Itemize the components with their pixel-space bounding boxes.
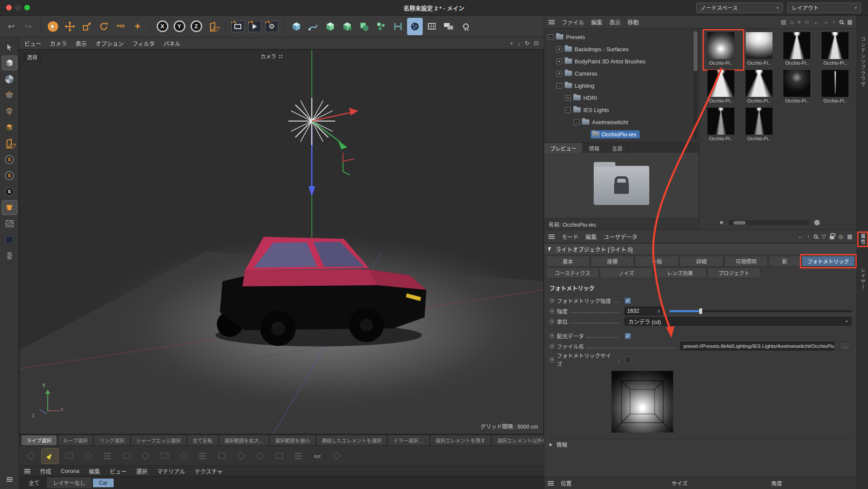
vertical-tab-attributes[interactable]: 属性	[859, 234, 866, 245]
vp-menu-options[interactable]: オプション	[95, 39, 124, 47]
dolly-view-icon[interactable]: ↓	[518, 40, 521, 46]
tree-item[interactable]: - Axelmeiselicht	[544, 116, 699, 128]
tab-preview[interactable]: プレビュー	[544, 143, 583, 153]
pan-view-icon[interactable]: +	[510, 40, 513, 46]
modeling-tool-12[interactable]	[252, 449, 268, 463]
rotation-band-handles[interactable]	[343, 153, 354, 175]
tab-caustics[interactable]: コースティクス	[546, 268, 599, 278]
preset-thumbnail[interactable]: Occhio-Pi..	[704, 70, 738, 103]
vp-menu-filter[interactable]: フィルタ	[132, 39, 155, 47]
pen-tool[interactable]	[42, 449, 58, 463]
menu-select[interactable]: 選択	[136, 467, 148, 475]
scale-tool[interactable]	[79, 18, 95, 35]
preset-thumbnail[interactable]: Occhio-Pi..	[742, 108, 776, 141]
tree-item[interactable]: + Cameras	[544, 67, 699, 79]
tree-item-selected[interactable]: OcchioPiu-ies	[544, 128, 699, 140]
target-icon[interactable]: ◎	[838, 233, 843, 240]
modeling-tool-5[interactable]	[118, 449, 135, 463]
filename-input[interactable]: preset://Presets.lib4d/Lighting/IES Ligh…	[680, 342, 835, 350]
lock-x-axis-button[interactable]: X	[155, 18, 170, 35]
preset-thumbnail[interactable]: Occhio-Pi..	[780, 32, 815, 66]
cube-primitive-button[interactable]	[289, 18, 304, 35]
back-icon[interactable]: ←	[798, 233, 803, 240]
tab-general[interactable]: 一般	[635, 256, 679, 267]
modeling-tool-11[interactable]	[233, 449, 249, 463]
keyframe-dot-icon[interactable]	[549, 309, 554, 314]
orbit-view-icon[interactable]: ↻	[525, 40, 529, 46]
intensity-slider[interactable]	[670, 310, 852, 312]
polygons-mode-tool[interactable]	[2, 120, 17, 134]
tab-basic[interactable]: 基本	[546, 256, 590, 267]
forward-icon[interactable]: →	[823, 19, 829, 25]
cb-menu-file[interactable]: ファイル	[562, 18, 584, 26]
modeling-tool-9[interactable]	[194, 449, 211, 463]
light-object-button[interactable]	[458, 18, 473, 35]
distribution-data-checkbox[interactable]: ✓	[625, 333, 631, 339]
redo-button[interactable]: ↪	[20, 18, 36, 35]
expander-icon[interactable]: -	[556, 83, 562, 89]
up-icon[interactable]: ↑	[807, 233, 810, 240]
paint-bucket-tool[interactable]	[2, 201, 17, 215]
zoom-window-button[interactable]	[24, 5, 30, 10]
attr-menu-mode[interactable]: モード	[562, 232, 579, 241]
keyframe-dot-icon[interactable]	[549, 357, 554, 362]
expander-icon[interactable]: -	[565, 107, 571, 113]
tab-info[interactable]: 情報	[583, 143, 606, 153]
up-icon[interactable]: ↑	[832, 19, 835, 25]
expander-icon[interactable]: +	[556, 46, 562, 52]
photometric-intensity-checkbox[interactable]: ✓	[625, 297, 631, 304]
attr-menu-edit[interactable]: 編集	[585, 232, 597, 241]
modeling-tool-2[interactable]	[61, 449, 77, 463]
vp-menu-display[interactable]: 表示	[76, 39, 87, 47]
camera-settings-icon[interactable]	[279, 54, 283, 59]
modeling-tool-14[interactable]	[290, 449, 306, 463]
keyframe-dot-icon[interactable]	[549, 334, 554, 338]
minimize-window-button[interactable]	[15, 5, 21, 10]
search-icon[interactable]	[814, 235, 818, 238]
tab-visible-light[interactable]: 可視照明	[724, 256, 768, 267]
3d-viewport[interactable]: 透視 カメラ グリッド間隔 : 5000 cm Y X	[19, 50, 544, 434]
shrink-selection-button[interactable]: 選択範囲を縮小	[270, 436, 315, 445]
invert-all-button[interactable]: 全て反転	[188, 436, 217, 445]
points-mode-tool[interactable]	[2, 88, 17, 102]
preset-thumbnail[interactable]: Occhio-Pi..	[742, 70, 776, 103]
intensity-input[interactable]: 1632 ▲▼	[625, 307, 663, 315]
modeling-tool-7[interactable]	[156, 449, 173, 463]
expander-icon[interactable]: +	[556, 71, 562, 76]
browse-file-button[interactable]: ...	[839, 342, 852, 350]
loop-selection-button[interactable]: ループ選択	[59, 436, 93, 445]
menu-create[interactable]: 作成	[40, 467, 51, 475]
tree-item[interactable]: - Presets	[544, 31, 699, 43]
tree-item[interactable]: + HDRI	[544, 92, 699, 104]
grid-view-icon[interactable]: ▦	[847, 233, 852, 240]
menu-material[interactable]: マテリアル	[157, 467, 185, 475]
grid-view-icon[interactable]: ▦	[847, 19, 852, 25]
maximize-view-icon[interactable]: ⊡	[534, 40, 539, 46]
vertical-tab-content-browser[interactable]: コンテンツブラウザ	[859, 36, 866, 87]
unit-dropdown[interactable]: カンデラ (cd) ▾	[625, 317, 852, 326]
preset-thumbnail[interactable]: Occhio-Pi..	[704, 108, 738, 141]
close-window-button[interactable]	[6, 5, 12, 10]
menu-corona[interactable]: Corona	[61, 468, 79, 474]
preset-thumbnail[interactable]: Occhio-Pi..	[818, 70, 852, 103]
light-y-axis-arrow[interactable]	[312, 121, 347, 149]
info-collapsed-section[interactable]: 情報	[549, 439, 852, 450]
subdivision-surface-button[interactable]	[322, 18, 338, 35]
tab-lens-effects[interactable]: レンズ効果	[654, 268, 707, 278]
lock-icon[interactable]	[830, 236, 834, 239]
zoom-slider-handle[interactable]	[733, 221, 746, 225]
tab-details[interactable]: 詳細	[680, 256, 723, 267]
model-mode-tool[interactable]	[2, 56, 17, 70]
edges-mode-tool[interactable]	[2, 104, 17, 118]
grow-selection-button[interactable]: 選択範囲を拡大...	[220, 436, 268, 445]
cb-menu-move[interactable]: 移動	[628, 18, 639, 26]
tab-project[interactable]: プロジェクト	[707, 268, 760, 278]
attr-menu-userdata[interactable]: ユーザデータ	[604, 232, 638, 241]
tab-coordinates[interactable]: 座標	[591, 256, 635, 267]
photometric-size-checkbox[interactable]: ✓	[625, 357, 631, 363]
modeling-tool-8[interactable]	[175, 449, 192, 463]
menu-view[interactable]: ビュー	[110, 467, 127, 475]
zoom-out-icon[interactable]	[720, 221, 723, 224]
expander-icon[interactable]: +	[556, 59, 562, 64]
modeling-tool-4[interactable]	[99, 449, 115, 463]
